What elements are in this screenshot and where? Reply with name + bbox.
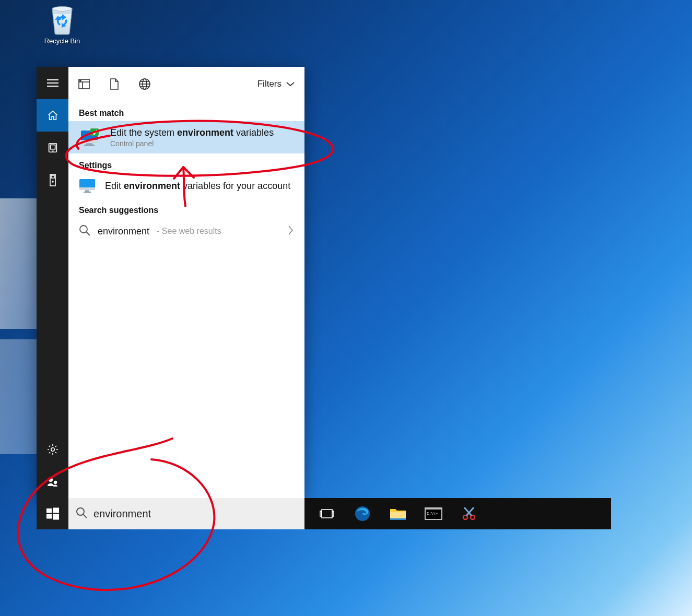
svg-rect-35 bbox=[46, 514, 52, 519]
suggestion-tail: - See web results bbox=[157, 227, 221, 236]
section-header-settings: Settings bbox=[68, 153, 304, 173]
section-header-suggestions: Search suggestions bbox=[68, 198, 304, 218]
svg-rect-16 bbox=[80, 80, 81, 81]
result-title: Edit environment variables for your acco… bbox=[105, 181, 290, 192]
taskbar-cmd[interactable]: C:\\> bbox=[417, 501, 450, 527]
desktop-icon-recycle-bin[interactable]: Recycle Bin bbox=[38, 3, 86, 45]
svg-rect-36 bbox=[53, 514, 59, 520]
monitor-check-icon bbox=[79, 126, 101, 148]
result-settings-item[interactable]: Edit environment variables for your acco… bbox=[68, 173, 304, 198]
search-row bbox=[37, 498, 304, 529]
svg-rect-34 bbox=[53, 508, 59, 513]
start-rail bbox=[37, 67, 68, 498]
svg-rect-40 bbox=[320, 511, 322, 516]
search-icon bbox=[79, 224, 90, 238]
svg-text:C:\\>: C:\\> bbox=[427, 512, 438, 516]
svg-rect-8 bbox=[51, 175, 54, 178]
search-input[interactable] bbox=[93, 508, 297, 520]
rail-feedback-button[interactable] bbox=[37, 466, 68, 498]
svg-rect-25 bbox=[84, 145, 95, 146]
rail-home-button[interactable] bbox=[37, 99, 68, 132]
svg-point-12 bbox=[53, 481, 56, 484]
svg-rect-26 bbox=[90, 128, 99, 136]
svg-rect-39 bbox=[322, 510, 332, 518]
result-title: Edit the system environment variables bbox=[110, 127, 274, 138]
desktop-icon-label: Recycle Bin bbox=[38, 37, 86, 45]
rail-settings-button[interactable] bbox=[37, 433, 68, 466]
rail-expand-button[interactable] bbox=[37, 67, 68, 99]
svg-line-32 bbox=[87, 232, 90, 236]
svg-rect-41 bbox=[332, 511, 334, 516]
taskbar-snipping[interactable] bbox=[453, 501, 485, 527]
svg-rect-24 bbox=[86, 143, 92, 145]
svg-rect-28 bbox=[79, 187, 95, 190]
svg-rect-5 bbox=[50, 145, 55, 149]
recycle-bin-icon bbox=[48, 3, 76, 35]
taskbar-edge[interactable] bbox=[346, 501, 379, 527]
rail-apps-button[interactable] bbox=[37, 132, 68, 164]
section-header-best-match: Best match bbox=[68, 101, 304, 121]
filters-label: Filters bbox=[257, 79, 282, 89]
start-button[interactable] bbox=[37, 498, 68, 529]
taskbar-gap bbox=[611, 498, 692, 529]
svg-rect-29 bbox=[85, 190, 89, 192]
svg-rect-44 bbox=[390, 518, 406, 520]
svg-line-38 bbox=[84, 515, 87, 518]
search-suggestion-item[interactable]: environment - See web results bbox=[68, 218, 304, 244]
chevron-down-icon bbox=[286, 81, 295, 87]
svg-point-0 bbox=[52, 7, 72, 11]
scope-web-icon[interactable] bbox=[138, 78, 151, 90]
filters-dropdown[interactable]: Filters bbox=[257, 79, 295, 89]
suggestion-query: environment bbox=[98, 226, 149, 237]
svg-rect-43 bbox=[390, 512, 406, 519]
svg-rect-30 bbox=[84, 192, 91, 193]
search-icon bbox=[76, 507, 87, 520]
start-search-flyout: Filters Best match bbox=[37, 67, 304, 498]
search-results-panel: Filters Best match bbox=[68, 67, 304, 498]
scope-apps-icon[interactable] bbox=[78, 78, 90, 90]
taskbar-file-explorer[interactable] bbox=[382, 501, 414, 527]
scope-documents-icon[interactable] bbox=[108, 78, 121, 90]
svg-point-10 bbox=[51, 448, 54, 451]
svg-point-37 bbox=[77, 508, 84, 515]
result-subtitle: Control panel bbox=[110, 139, 274, 148]
monitor-icon bbox=[79, 179, 96, 193]
rail-documents-button[interactable] bbox=[37, 164, 68, 196]
results-toolbar: Filters bbox=[68, 67, 304, 101]
taskbar: C:\\> bbox=[304, 498, 611, 529]
svg-rect-23 bbox=[81, 140, 98, 143]
svg-point-31 bbox=[80, 226, 87, 233]
svg-point-11 bbox=[49, 478, 53, 482]
taskbar-task-view[interactable] bbox=[311, 501, 343, 527]
svg-point-9 bbox=[52, 181, 53, 182]
svg-rect-33 bbox=[46, 508, 52, 513]
search-box[interactable] bbox=[68, 498, 304, 529]
chevron-right-icon bbox=[288, 225, 294, 238]
result-best-match[interactable]: Edit the system environment variables Co… bbox=[68, 121, 304, 153]
